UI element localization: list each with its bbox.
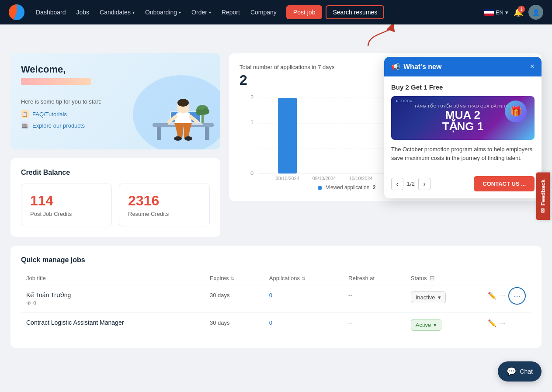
whats-new-header: 📢 What's new × <box>384 57 542 76</box>
nav-jobs[interactable]: Jobs <box>72 6 94 18</box>
welcome-title: Welcome, <box>21 64 210 75</box>
nav-candidates[interactable]: Candidates ▾ <box>95 6 139 18</box>
whats-new-promo-image: ● TOPCV TĂNG TỐC TUYỂN DỤNG TRAO QUÀ ĐÃI… <box>391 96 535 140</box>
promo-line2: TẶNG 1 <box>414 121 511 132</box>
promo-line1: MUA 2 <box>414 109 511 121</box>
svg-text:09/10/2024: 09/10/2024 <box>312 176 336 181</box>
job-refresh-2: -- <box>343 313 406 337</box>
svg-text:10/10/2024: 10/10/2024 <box>349 176 373 181</box>
nav-menu: Dashboard Jobs Candidates ▾ Onboarding ▾… <box>31 5 484 19</box>
search-resumes-arrow <box>364 24 399 46</box>
welcome-username <box>21 78 91 85</box>
nav-onboarding[interactable]: Onboarding ▾ <box>141 6 185 18</box>
language-selector[interactable]: EN ▾ <box>484 9 508 16</box>
col-refresh-at: Refresh at <box>343 271 406 285</box>
col-expires: Expires ⇅ <box>205 271 264 285</box>
feedback-envelope-icon: ✉ <box>540 208 546 213</box>
welcome-illustration <box>133 80 220 149</box>
post-job-credit-item: 114 Post Job Credits <box>21 184 112 226</box>
whats-new-next-button[interactable]: › <box>418 178 430 190</box>
faq-icon: 📋 <box>21 110 29 118</box>
edit-icon-1[interactable]: ✏️ <box>488 291 496 300</box>
job-actions-2: ✏️ ··· <box>483 313 531 337</box>
order-chevron-icon: ▾ <box>209 10 211 15</box>
megaphone-icon: 📢 <box>391 62 400 71</box>
whats-new-close-button[interactable]: × <box>530 62 535 71</box>
post-job-credit-label: Post Job Credits <box>30 211 103 217</box>
status-chevron-1: ▾ <box>438 294 441 301</box>
nav-order[interactable]: Order ▾ <box>187 6 215 18</box>
svg-point-9 <box>196 109 203 115</box>
status-badge-inactive-1[interactable]: Inactive ▾ <box>411 291 446 303</box>
status-filter-icon[interactable]: ⊟ <box>430 274 435 281</box>
table-row: Contract Logistic Assistant Manager 30 d… <box>21 313 531 337</box>
job-title-cell-1: Kế Toán Trưởng 👁 0 <box>21 285 205 313</box>
navbar: Dashboard Jobs Candidates ▾ Onboarding ▾… <box>0 0 552 24</box>
left-column: Welcome, Here is some tip for you to sta… <box>10 53 220 237</box>
feedback-button[interactable]: ✉ Feedback <box>536 172 550 220</box>
col-applications: Applications ⇅ <box>264 271 343 285</box>
whats-new-title: 📢 What's new <box>391 62 441 71</box>
nav-report[interactable]: Report <box>217 6 244 18</box>
explore-icon: 🏬 <box>21 121 29 129</box>
post-job-button[interactable]: Post job <box>286 5 323 19</box>
whats-new-prev-button[interactable]: ‹ <box>391 178 403 190</box>
expires-sort-icon[interactable]: ⇅ <box>230 276 234 281</box>
col-job-title: Job title <box>21 271 205 285</box>
credit-items: 114 Post Job Credits 2316 Resume Credits <box>21 184 210 226</box>
edit-icon-2[interactable]: ✏️ <box>488 319 496 327</box>
svg-rect-2 <box>157 127 161 140</box>
svg-text:1: 1 <box>250 119 253 125</box>
resume-credit-item: 2316 Resume Credits <box>119 184 210 226</box>
table-row: Kế Toán Trưởng 👁 0 30 days 0 -- <box>21 285 531 313</box>
col-actions <box>483 271 531 285</box>
job-title-2[interactable]: Contract Logistic Assistant Manager <box>26 319 199 326</box>
lang-chevron-icon: ▾ <box>505 9 508 16</box>
applications-sort-icon[interactable]: ⇅ <box>302 276 306 281</box>
search-resumes-button[interactable]: Search resumes <box>326 5 384 19</box>
svg-point-14 <box>184 136 192 141</box>
jobs-table-header-row: Job title Expires ⇅ Applications ⇅ Refre… <box>21 271 531 285</box>
uk-flag-icon <box>484 9 494 16</box>
whats-new-body: Buy 2 Get 1 Free ● TOPCV TĂNG TỐC TUYỂN … <box>384 76 542 176</box>
job-status-2: Active ▾ <box>406 313 483 337</box>
more-icon-2[interactable]: ··· <box>500 319 506 327</box>
welcome-card: Welcome, Here is some tip for you to sta… <box>10 53 220 149</box>
whats-new-promo-title: Buy 2 Get 1 Free <box>391 83 535 91</box>
whats-new-pagination: 1/2 <box>407 180 415 187</box>
svg-text:0: 0 <box>250 170 253 176</box>
nav-dashboard[interactable]: Dashboard <box>31 6 70 18</box>
notification-button[interactable]: 🔔 1 <box>514 7 523 17</box>
col-status: Status ⊟ <box>406 271 483 285</box>
onboarding-chevron-icon: ▾ <box>179 10 181 15</box>
arrow-container <box>0 24 552 46</box>
job-title-1[interactable]: Kế Toán Trưởng <box>26 291 199 298</box>
whats-new-nav-group: ‹ 1/2 › <box>391 178 430 190</box>
post-job-credit-number: 114 <box>30 193 103 209</box>
job-apps-2: 0 <box>264 313 343 337</box>
job-expires-1: 30 days <box>205 285 264 313</box>
user-avatar[interactable]: 👤 <box>528 5 543 20</box>
eye-icon-1: 👁 <box>26 300 31 306</box>
viewed-legend: Viewed application 2 <box>318 184 375 191</box>
more-options-button[interactable]: ··· <box>508 287 526 305</box>
resume-credit-label: Resume Credits <box>128 211 201 217</box>
status-chevron-2: ▾ <box>434 322 437 328</box>
job-status-1: Inactive ▾ <box>406 285 483 313</box>
svg-point-13 <box>174 136 182 141</box>
logo-icon[interactable] <box>9 4 24 20</box>
resume-credit-number: 2316 <box>128 193 201 209</box>
quick-manage-title: Quick manage jobs <box>21 256 531 264</box>
svg-rect-22 <box>278 98 297 173</box>
whats-new-panel: 📢 What's new × Buy 2 Get 1 Free ● TOPCV … <box>384 57 542 198</box>
navbar-right: EN ▾ 🔔 1 👤 <box>484 5 543 20</box>
contact-us-button[interactable]: CONTACT US ... <box>474 176 535 191</box>
status-badge-active-2[interactable]: Active ▾ <box>411 319 441 331</box>
whats-new-footer: ‹ 1/2 › CONTACT US ... <box>384 176 542 198</box>
jobs-table: Job title Expires ⇅ Applications ⇅ Refre… <box>21 271 531 337</box>
more-options-container: ··· <box>505 287 526 305</box>
nav-company[interactable]: Company <box>246 6 281 18</box>
svg-point-10 <box>202 108 209 114</box>
svg-text:2: 2 <box>250 94 253 100</box>
notification-badge: 1 <box>518 6 525 13</box>
